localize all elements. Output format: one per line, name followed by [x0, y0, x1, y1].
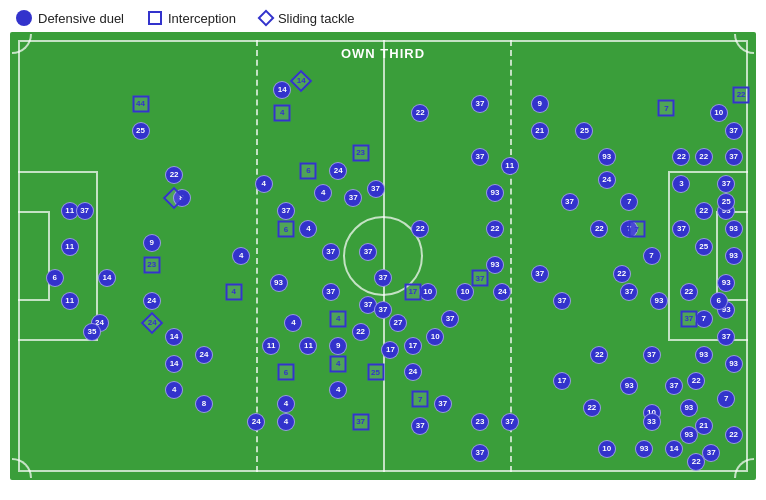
marker: 25	[367, 364, 384, 381]
marker: 25	[695, 238, 713, 256]
marker: 37	[277, 202, 295, 220]
legend-sliding-tackle: Sliding tackle	[260, 11, 355, 26]
marker: 22	[583, 399, 601, 417]
marker: 17	[553, 372, 571, 390]
marker: 22	[687, 453, 705, 471]
marker: 11	[61, 238, 79, 256]
marker: 4	[277, 395, 295, 413]
marker: 17	[404, 283, 421, 300]
marker: 4	[284, 314, 302, 332]
marker: 37	[725, 148, 743, 166]
marker: 22	[411, 104, 429, 122]
legend-sliding-tackle-label: Sliding tackle	[278, 11, 355, 26]
marker: 23	[352, 144, 369, 161]
marker: 4	[330, 310, 347, 327]
marker: 37	[561, 193, 579, 211]
marker: 22	[590, 220, 608, 238]
marker: 33	[643, 413, 661, 431]
marker: 4	[314, 184, 332, 202]
marker: 21	[531, 122, 549, 140]
marker: 37	[359, 243, 377, 261]
marker: 11	[262, 337, 280, 355]
marker: 37	[352, 413, 369, 430]
marker: 37	[620, 283, 638, 301]
marker: 93	[650, 292, 668, 310]
defensive-duel-icon	[16, 10, 32, 26]
interception-icon	[148, 11, 162, 25]
legend-defensive-duel-label: Defensive duel	[38, 11, 124, 26]
legend-interception: Interception	[148, 11, 236, 26]
marker: 10	[710, 104, 728, 122]
marker: 10	[426, 328, 444, 346]
marker: 25	[132, 122, 150, 140]
marker: 4	[255, 175, 273, 193]
dashed-line-right	[510, 40, 512, 472]
goal-box-left	[18, 211, 50, 301]
marker: 37	[76, 202, 94, 220]
marker: 37	[367, 180, 385, 198]
marker: 37	[471, 148, 489, 166]
marker: 37	[322, 243, 340, 261]
marker: 6	[278, 364, 295, 381]
marker: 37	[471, 444, 489, 462]
marker: 25	[717, 193, 735, 211]
marker: 93	[725, 220, 743, 238]
dashed-line-left	[256, 40, 258, 472]
legend-interception-label: Interception	[168, 11, 236, 26]
marker: 9	[143, 234, 161, 252]
marker: 24	[329, 162, 347, 180]
marker: 3	[672, 175, 690, 193]
marker: 14	[665, 440, 683, 458]
marker: 4	[299, 220, 317, 238]
marker: 37	[374, 301, 392, 319]
marker: 11	[501, 157, 519, 175]
marker: 37	[717, 328, 735, 346]
marker: 22	[695, 148, 713, 166]
marker: 44	[132, 95, 149, 112]
legend: Defensive duel Interception Sliding tack…	[0, 0, 766, 32]
marker: 27	[389, 314, 407, 332]
marker: 4	[165, 381, 183, 399]
marker: 22	[486, 220, 504, 238]
marker: 4	[232, 247, 250, 265]
marker: 25	[575, 122, 593, 140]
marker: 22	[411, 220, 429, 238]
marker: 24	[247, 413, 265, 431]
marker: 7	[628, 221, 645, 238]
marker: 93	[270, 274, 288, 292]
marker: 93	[486, 256, 504, 274]
marker: 22	[590, 346, 608, 364]
pitch: OWN THIRD 442514414223792125710373722228…	[10, 32, 756, 480]
marker: 93	[635, 440, 653, 458]
marker: 93	[725, 247, 743, 265]
marker: 9	[329, 337, 347, 355]
marker: 24	[143, 292, 161, 310]
marker: 37	[471, 270, 488, 287]
marker: 37	[322, 283, 340, 301]
marker: 93	[680, 399, 698, 417]
marker: 14	[165, 355, 183, 373]
marker: 22	[695, 202, 713, 220]
marker: 23	[471, 413, 489, 431]
marker: 37	[725, 122, 743, 140]
marker: 37	[471, 95, 489, 113]
marker: 6	[46, 269, 64, 287]
marker: 23	[143, 256, 160, 273]
marker: 22	[352, 323, 370, 341]
marker: 10	[598, 440, 616, 458]
marker: 93	[725, 355, 743, 373]
marker: 7	[658, 100, 675, 117]
marker: 14	[98, 269, 116, 287]
marker: 17	[381, 341, 399, 359]
marker: 7	[620, 193, 638, 211]
marker: 22	[613, 265, 631, 283]
marker: 14	[165, 328, 183, 346]
marker: 4	[329, 381, 347, 399]
sliding-tackle-icon	[257, 10, 274, 27]
marker: 22	[687, 372, 705, 390]
marker: 4	[330, 355, 347, 372]
marker: 37	[501, 413, 519, 431]
marker: 7	[412, 391, 429, 408]
marker: 37	[344, 189, 362, 207]
marker: 11	[61, 292, 79, 310]
